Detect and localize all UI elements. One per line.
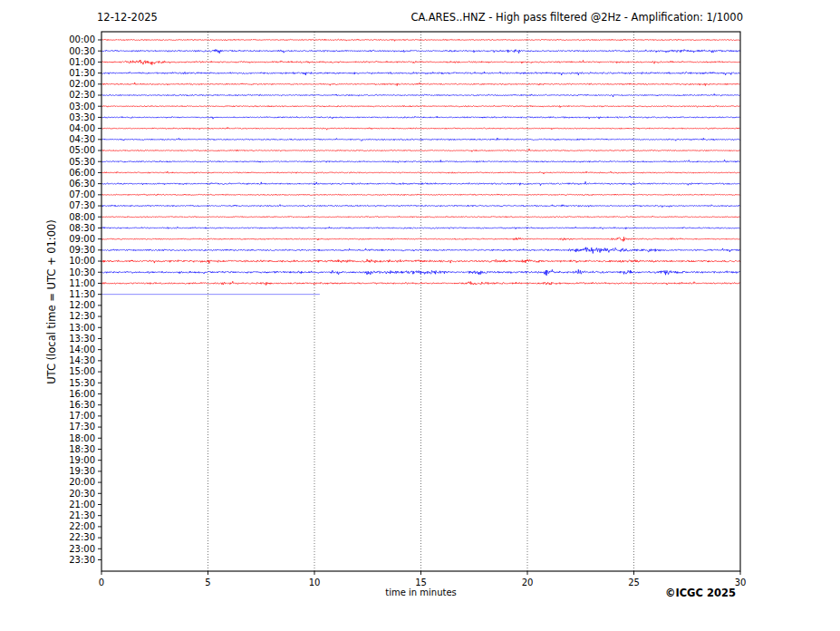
x-tick-label: 5 bbox=[205, 578, 210, 587]
y-tick-label: 18:30 bbox=[69, 444, 95, 454]
y-tick-label: 00:00 bbox=[69, 34, 95, 44]
trace-row-1100 bbox=[101, 281, 740, 285]
y-tick-label: 01:00 bbox=[69, 57, 95, 67]
y-tick-label: 14:00 bbox=[69, 345, 95, 354]
y-tick-label: 10:00 bbox=[69, 256, 95, 266]
copyright-label: ©ICGC 2025 bbox=[544, 587, 736, 599]
y-tick-label: 03:00 bbox=[69, 102, 95, 112]
y-tick-label: 20:00 bbox=[69, 477, 95, 487]
x-tick-label: 20 bbox=[522, 578, 534, 587]
y-tick-label: 19:00 bbox=[69, 455, 95, 465]
y-tick-label: 09:30 bbox=[69, 245, 95, 255]
y-tick-label: 17:00 bbox=[69, 411, 95, 421]
y-tick-label: 10:30 bbox=[69, 267, 95, 277]
y-tick-label: 06:30 bbox=[69, 179, 95, 189]
y-tick-label: 03:30 bbox=[69, 112, 95, 122]
y-tick-label: 08:00 bbox=[69, 212, 95, 222]
helicorder-plot: 00:0000:3001:0001:3002:0002:3003:0003:30… bbox=[0, 0, 840, 631]
y-tick-label: 16:30 bbox=[69, 400, 95, 410]
y-tick-label: 16:00 bbox=[69, 389, 95, 399]
y-tick-label: 18:00 bbox=[69, 433, 95, 443]
y-tick-label: 01:30 bbox=[69, 68, 95, 78]
y-tick-label: 08:30 bbox=[69, 223, 95, 233]
y-tick-label: 09:00 bbox=[69, 234, 95, 244]
trace-row-0830 bbox=[101, 227, 740, 229]
y-tick-label: 13:30 bbox=[69, 334, 95, 344]
y-tick-label: 13:00 bbox=[69, 323, 95, 333]
y-tick-label: 00:30 bbox=[69, 46, 95, 56]
y-tick-label: 15:00 bbox=[69, 366, 95, 376]
trace-row-0100 bbox=[101, 60, 740, 64]
y-tick-label: 17:30 bbox=[69, 422, 95, 432]
x-tick-label: 30 bbox=[735, 578, 747, 587]
x-tick-label: 0 bbox=[99, 578, 104, 587]
y-tick-label: 23:00 bbox=[69, 544, 95, 554]
y-tick-label: 12:00 bbox=[69, 300, 95, 310]
y-tick-label: 05:00 bbox=[69, 145, 95, 155]
x-tick-label: 10 bbox=[309, 578, 321, 587]
y-tick-label: 06:00 bbox=[69, 168, 95, 178]
y-tick-label: 14:30 bbox=[69, 355, 95, 365]
y-tick-label: 23:30 bbox=[69, 555, 95, 565]
x-tick-label: 15 bbox=[415, 578, 427, 587]
y-tick-label: 04:30 bbox=[69, 134, 95, 144]
y-tick-label: 07:00 bbox=[69, 189, 95, 199]
y-tick-label: 02:00 bbox=[69, 79, 95, 89]
y-tick-label: 19:30 bbox=[69, 466, 95, 476]
y-tick-label: 20:30 bbox=[69, 489, 95, 499]
helicorder-page: 12-12-2025 CA.ARES..HNZ - High pass filt… bbox=[0, 0, 840, 631]
y-tick-label: 12:30 bbox=[69, 311, 95, 321]
y-tick-label: 11:00 bbox=[69, 278, 95, 288]
trace-row-0730 bbox=[101, 205, 740, 208]
y-tick-label: 15:30 bbox=[69, 378, 95, 388]
y-tick-label: 07:30 bbox=[69, 200, 95, 210]
trace-row-1000 bbox=[101, 259, 740, 264]
trace-row-0000 bbox=[101, 39, 740, 41]
y-tick-label: 22:30 bbox=[69, 532, 95, 542]
y-tick-label: 05:30 bbox=[69, 157, 95, 167]
y-tick-label: 02:30 bbox=[69, 90, 95, 100]
trace-row-0130 bbox=[101, 72, 740, 75]
y-tick-label: 11:30 bbox=[69, 289, 95, 299]
trace-row-0030 bbox=[101, 50, 740, 53]
trace-row-0200 bbox=[101, 83, 740, 86]
y-tick-label: 21:00 bbox=[69, 500, 95, 510]
y-tick-label: 21:30 bbox=[69, 510, 95, 520]
y-tick-label: 22:00 bbox=[69, 521, 95, 531]
y-tick-label: 04:00 bbox=[69, 123, 95, 133]
